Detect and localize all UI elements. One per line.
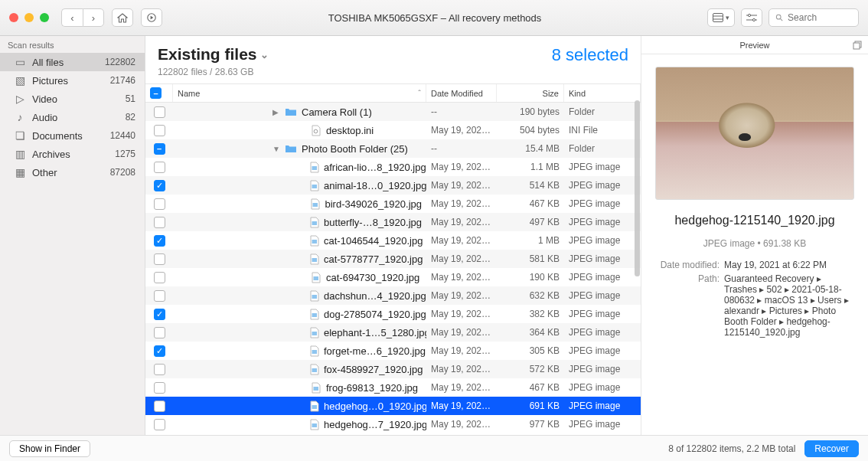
img-icon — [309, 253, 319, 265]
folder-icon — [285, 106, 297, 118]
search-input[interactable] — [788, 12, 852, 23]
row-size: 691 KB — [497, 401, 564, 411]
file-table: ▶ Camera Roll (1) -- 190 bytes Folder de… — [145, 103, 641, 435]
row-size: 467 KB — [497, 382, 564, 393]
table-row[interactable]: animal-18…0_1920.jpg May 19, 202… 514 KB… — [145, 176, 641, 195]
minimize-window-button[interactable] — [24, 13, 34, 22]
row-kind: JPEG image — [564, 253, 641, 264]
row-checkbox[interactable] — [154, 309, 165, 320]
rescan-button[interactable] — [141, 8, 162, 27]
search-field[interactable] — [768, 8, 859, 27]
row-size: 190 KB — [497, 272, 564, 283]
row-checkbox[interactable] — [154, 162, 165, 173]
table-row[interactable]: elephant-1…5_1280.jpg May 19, 202… 364 K… — [145, 323, 641, 342]
table-row[interactable]: butterfly-…8_1920.jpg May 19, 202… 497 K… — [145, 213, 641, 231]
disclosure-icon[interactable]: ▶ — [272, 108, 280, 116]
table-row[interactable]: hedgehog…0_1920.jpg May 19, 202… 691 KB … — [145, 397, 641, 415]
zoom-window-button[interactable] — [40, 13, 49, 22]
sidebar-item-pictures[interactable]: ▧ Pictures 21746 — [0, 71, 145, 90]
sidebar-item-count: 51 — [126, 93, 135, 104]
row-date: May 19, 202… — [426, 217, 497, 227]
row-kind: JPEG image — [564, 198, 641, 209]
sidebar-item-label: All files — [32, 57, 99, 68]
row-kind: JPEG image — [564, 217, 641, 227]
disclosure-icon[interactable]: ▼ — [272, 145, 280, 153]
back-button[interactable]: ‹ — [61, 8, 83, 27]
close-window-button[interactable] — [9, 13, 18, 22]
row-checkbox[interactable] — [154, 235, 165, 247]
page-subtitle: 122802 files / 28.63 GB — [158, 67, 269, 77]
popout-icon[interactable] — [853, 41, 862, 50]
sidebar-item-archives[interactable]: ▥ Archives 1275 — [0, 145, 145, 163]
sidebar-item-other[interactable]: ▦ Other 87208 — [0, 163, 145, 181]
col-size[interactable]: Size — [497, 84, 564, 102]
window-title: TOSHIBA MK5065GSXF – All recovery method… — [170, 12, 700, 24]
table-row[interactable]: african-lio…8_1920.jpg May 19, 202… 1.1 … — [145, 158, 641, 176]
table-row[interactable]: cat-5778777_1920.jpg May 19, 202… 581 KB… — [145, 250, 641, 268]
row-checkbox[interactable] — [154, 143, 165, 155]
img-icon — [309, 179, 319, 191]
table-row[interactable]: hedgehog…7_1920.jpg May 19, 202… 977 KB … — [145, 415, 641, 433]
table-row[interactable]: dachshun…4_1920.jpg May 19, 202… 632 KB … — [145, 286, 641, 305]
sidebar-item-count: 12440 — [110, 130, 135, 141]
row-checkbox[interactable] — [154, 180, 165, 191]
row-date: May 19, 202… — [426, 162, 497, 172]
sidebar-item-video[interactable]: ▷ Video 51 — [0, 90, 145, 108]
sidebar: Scan results ▭ All files 122802▧ Picture… — [0, 36, 145, 435]
img-icon — [309, 363, 319, 375]
row-checkbox[interactable] — [154, 419, 165, 430]
row-checkbox[interactable] — [154, 345, 165, 357]
row-checkbox[interactable] — [154, 364, 165, 375]
table-row[interactable]: cat-694730_1920.jpg May 19, 202… 190 KB … — [145, 268, 641, 286]
img-icon — [309, 308, 319, 320]
table-row[interactable]: fox-4589927_1920.jpg May 19, 202… 572 KB… — [145, 360, 641, 378]
sidebar-item-documents[interactable]: ❏ Documents 12440 — [0, 126, 145, 145]
page-title[interactable]: Existing files⌄ — [158, 45, 269, 64]
row-size: 1.1 MB — [497, 162, 564, 172]
row-checkbox[interactable] — [154, 382, 165, 394]
sidebar-item-audio[interactable]: ♪ Audio 82 — [0, 108, 145, 126]
home-button[interactable] — [112, 8, 133, 27]
row-checkbox[interactable] — [154, 106, 165, 118]
row-checkbox[interactable] — [154, 401, 165, 412]
table-row[interactable]: forget-me…6_1920.jpg May 19, 202… 305 KB… — [145, 342, 641, 360]
row-date: -- — [426, 106, 497, 117]
sidebar-item-all-files[interactable]: ▭ All files 122802 — [0, 53, 145, 71]
row-checkbox[interactable] — [154, 290, 165, 302]
row-checkbox[interactable] — [154, 327, 165, 338]
col-name[interactable]: Nameˆ — [173, 84, 426, 102]
sidebar-item-count: 122802 — [105, 57, 135, 67]
row-checkbox[interactable] — [154, 253, 165, 265]
window-controls — [9, 13, 49, 22]
table-row[interactable]: ▶ Camera Roll (1) -- 190 bytes Folder — [145, 103, 641, 121]
header-checkbox[interactable] — [150, 87, 162, 99]
col-date[interactable]: Date Modified — [426, 84, 497, 102]
img-icon — [309, 216, 319, 228]
table-row[interactable]: dog-2785074_1920.jpg May 19, 202… 382 KB… — [145, 305, 641, 323]
scrollbar-thumb[interactable] — [635, 100, 640, 276]
row-checkbox[interactable] — [154, 272, 165, 283]
img-icon — [309, 271, 321, 283]
row-checkbox[interactable] — [154, 125, 165, 136]
date-modified-value: May 19, 2021 at 6:22 PM — [724, 260, 856, 270]
table-row[interactable]: frog-69813_1920.jpg May 19, 202… 467 KB … — [145, 378, 641, 397]
row-checkbox[interactable] — [154, 217, 165, 228]
row-name: Camera Roll (1) — [302, 106, 372, 118]
svg-line-9 — [780, 18, 782, 21]
row-name: dachshun…4_1920.jpg — [324, 290, 426, 302]
path-value: Guaranteed Recovery ▸ Trashes ▸ 502 ▸ 20… — [724, 273, 856, 338]
table-row[interactable]: bird-349026_1920.jpg May 19, 202… 467 KB… — [145, 195, 641, 213]
svg-rect-21 — [312, 350, 318, 354]
recover-button[interactable]: Recover — [804, 440, 859, 457]
table-row[interactable]: cat-1046544_1920.jpg May 19, 202… 1 MB J… — [145, 231, 641, 250]
col-kind[interactable]: Kind — [564, 84, 641, 102]
table-row[interactable]: desktop.ini May 19, 202… 504 bytes INI F… — [145, 121, 641, 139]
row-checkbox[interactable] — [154, 198, 165, 210]
row-name: cat-5778777_1920.jpg — [324, 253, 423, 265]
forward-button[interactable]: › — [83, 8, 104, 27]
page-icon: ▭ — [14, 56, 26, 68]
table-row[interactable]: ▼ Photo Booth Folder (25) -- 15.4 MB Fol… — [145, 139, 641, 158]
view-mode-button[interactable]: ▾ — [707, 8, 735, 27]
show-in-finder-button[interactable]: Show in Finder — [9, 440, 90, 457]
settings-button[interactable] — [741, 8, 762, 27]
